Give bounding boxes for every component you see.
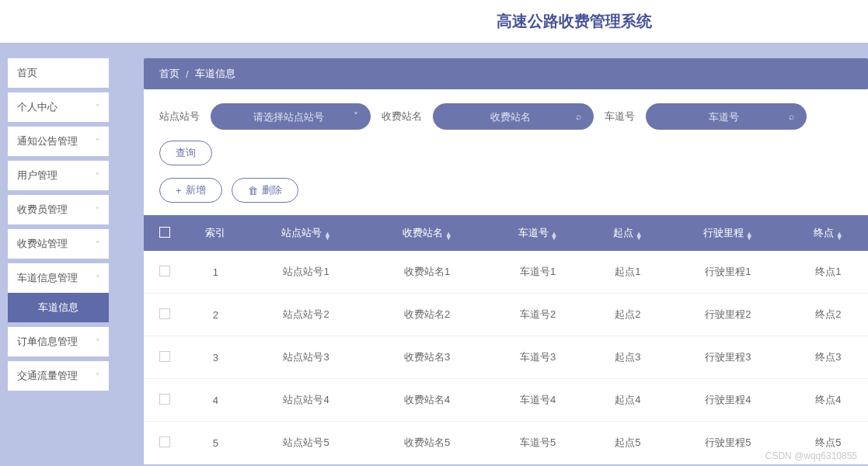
table-row: 3站点站号3收费站名3车道号3起点3行驶里程3终点3 bbox=[144, 336, 868, 379]
delete-button[interactable]: 🗑删除 bbox=[232, 178, 298, 203]
search-button[interactable]: 查询 bbox=[159, 141, 212, 165]
chevron-down-icon: ˅ bbox=[96, 103, 99, 112]
filter-label-station-name: 收费站名 bbox=[382, 110, 422, 123]
select-all-checkbox[interactable] bbox=[159, 227, 170, 238]
chevron-down-icon: ˅ bbox=[96, 240, 99, 249]
sidebar-item-1[interactable]: 个人中心˅ bbox=[8, 92, 109, 122]
chevron-down-icon: ˅ bbox=[96, 338, 99, 346]
cell: 站点站号1 bbox=[246, 251, 367, 294]
chevron-down-icon: ˅ bbox=[96, 137, 99, 146]
column-header-0 bbox=[144, 215, 185, 251]
lane-no-search[interactable]: ⌕ bbox=[646, 103, 807, 130]
table-row: 5站点站号5收费站名5车道号5起点5行驶里程5终点5 bbox=[144, 422, 868, 464]
station-name-search[interactable]: ⌕ bbox=[433, 103, 594, 130]
row-checkbox[interactable] bbox=[159, 394, 170, 405]
sidebar-item-label: 首页 bbox=[17, 66, 37, 80]
table-row: 2站点站号2收费站名2车道号2起点2行驶里程2终点2 bbox=[144, 294, 868, 336]
sidebar-item-5[interactable]: 收费站管理˅ bbox=[8, 229, 109, 259]
cell: 行驶里程3 bbox=[668, 336, 789, 379]
cell: 3 bbox=[185, 336, 246, 379]
column-header-7[interactable]: 终点▲▼ bbox=[789, 215, 868, 251]
cell: 车道号3 bbox=[488, 336, 588, 379]
search-icon: ⌕ bbox=[576, 111, 581, 122]
cell: 车道号5 bbox=[488, 422, 588, 464]
breadcrumb-current: 车道信息 bbox=[195, 67, 235, 81]
filter-label-lane-no: 车道号 bbox=[605, 110, 635, 123]
breadcrumb-separator: / bbox=[186, 68, 189, 80]
column-header-4[interactable]: 车道号▲▼ bbox=[488, 215, 588, 251]
sort-icon: ▲▼ bbox=[836, 232, 843, 240]
sidebar-item-label: 交通流量管理 bbox=[17, 369, 78, 383]
cell: 行驶里程2 bbox=[668, 294, 789, 336]
cell: 收费站名5 bbox=[367, 422, 488, 464]
cell: 起点2 bbox=[588, 294, 668, 336]
chevron-down-icon: ˅ bbox=[96, 172, 99, 180]
column-header-2[interactable]: 站点站号▲▼ bbox=[246, 215, 367, 251]
cell: 起点4 bbox=[588, 379, 668, 422]
cell: 起点5 bbox=[588, 422, 668, 464]
sidebar-item-label: 车道信息管理 bbox=[17, 271, 78, 285]
filter-label-station-no: 站点站号 bbox=[159, 110, 200, 123]
chevron-down-icon: ˅ bbox=[354, 111, 358, 122]
lane-no-input[interactable] bbox=[658, 111, 789, 123]
station-no-input[interactable] bbox=[223, 111, 354, 123]
cell: 终点3 bbox=[789, 336, 868, 379]
cell: 5 bbox=[185, 422, 246, 464]
sort-icon: ▲▼ bbox=[551, 232, 558, 240]
trash-icon: 🗑 bbox=[248, 185, 258, 196]
sidebar-item-4[interactable]: 收费员管理˅ bbox=[8, 195, 109, 224]
watermark: CSDN @wqq6310855 bbox=[765, 450, 857, 461]
cell: 站点站号2 bbox=[246, 294, 367, 336]
cell: 终点1 bbox=[789, 251, 868, 294]
column-header-1: 索引 bbox=[185, 215, 246, 251]
breadcrumb-home[interactable]: 首页 bbox=[159, 67, 180, 81]
cell bbox=[144, 251, 185, 294]
app-header: 高速公路收费管理系统 bbox=[0, 0, 868, 43]
cell: 4 bbox=[185, 379, 246, 422]
cell: 收费站名4 bbox=[367, 379, 488, 422]
sidebar-item-2[interactable]: 通知公告管理˅ bbox=[8, 127, 109, 156]
table-row: 1站点站号1收费站名1车道号1起点1行驶里程1终点1 bbox=[144, 251, 868, 294]
station-name-input[interactable] bbox=[445, 111, 576, 123]
main-content: 首页 / 车道信息 站点站号 ˅ 收费站名 ⌕ 车道号 ⌕ bbox=[117, 43, 868, 466]
cell: 站点站号4 bbox=[246, 379, 367, 422]
add-button[interactable]: +新增 bbox=[159, 178, 222, 203]
cell bbox=[144, 422, 185, 464]
cell: 收费站名2 bbox=[367, 294, 488, 336]
sidebar-item-label: 收费站管理 bbox=[17, 237, 68, 251]
cell: 行驶里程4 bbox=[668, 379, 789, 422]
sidebar-item-0[interactable]: 首页 bbox=[8, 58, 109, 88]
sidebar-item-7[interactable]: 车道信息 bbox=[8, 293, 109, 322]
sidebar: 首页个人中心˅通知公告管理˅用户管理˅收费员管理˅收费站管理˅车道信息管理˅车道… bbox=[0, 43, 117, 466]
row-checkbox[interactable] bbox=[159, 351, 170, 362]
row-checkbox[interactable] bbox=[159, 266, 170, 276]
app-title: 高速公路收费管理系统 bbox=[497, 11, 652, 32]
column-header-5[interactable]: 起点▲▼ bbox=[588, 215, 668, 251]
station-no-select[interactable]: ˅ bbox=[211, 103, 371, 130]
cell: 起点1 bbox=[588, 251, 668, 294]
row-checkbox[interactable] bbox=[159, 308, 170, 319]
cell: 车道号2 bbox=[488, 294, 588, 336]
sidebar-item-label: 收费员管理 bbox=[17, 203, 68, 217]
cell: 行驶里程1 bbox=[668, 251, 789, 294]
cell: 起点3 bbox=[588, 336, 668, 379]
cell: 终点2 bbox=[789, 294, 868, 336]
cell bbox=[144, 336, 185, 379]
column-header-6[interactable]: 行驶里程▲▼ bbox=[668, 215, 789, 251]
row-checkbox[interactable] bbox=[159, 436, 170, 447]
chevron-down-icon: ˅ bbox=[96, 274, 99, 283]
sidebar-item-9[interactable]: 交通流量管理˅ bbox=[8, 361, 109, 391]
sidebar-item-label: 用户管理 bbox=[17, 169, 58, 183]
cell: 收费站名3 bbox=[367, 336, 488, 379]
sidebar-item-label: 个人中心 bbox=[17, 100, 58, 114]
plus-icon: + bbox=[176, 185, 182, 196]
sidebar-item-6[interactable]: 车道信息管理˅ bbox=[8, 263, 109, 293]
sidebar-item-8[interactable]: 订单信息管理˅ bbox=[8, 327, 109, 356]
sidebar-item-3[interactable]: 用户管理˅ bbox=[8, 161, 109, 190]
column-header-3[interactable]: 收费站名▲▼ bbox=[367, 215, 488, 251]
sidebar-item-label: 车道信息 bbox=[38, 301, 78, 315]
cell: 站点站号3 bbox=[246, 336, 367, 379]
filter-panel: 站点站号 ˅ 收费站名 ⌕ 车道号 ⌕ 查询 +新增 🗑 bbox=[144, 89, 868, 215]
cell: 车道号4 bbox=[488, 379, 588, 422]
cell bbox=[144, 294, 185, 336]
